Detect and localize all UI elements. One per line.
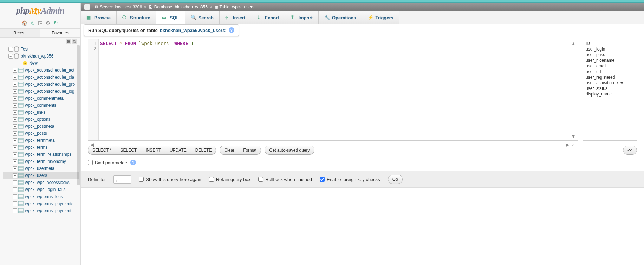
- scroll-right-icon[interactable]: ▶: [566, 142, 570, 147]
- tree-item[interactable]: +Test: [3, 46, 79, 53]
- template-button[interactable]: DELETE: [191, 146, 216, 155]
- expand-icon[interactable]: +: [13, 96, 17, 101]
- expand-icon[interactable]: +: [8, 47, 13, 52]
- tree-item-label[interactable]: wpck_commentmeta: [25, 96, 64, 101]
- collapse-all-icon[interactable]: ⊟: [66, 39, 71, 44]
- action-button[interactable]: Clear: [220, 146, 239, 155]
- get-autosaved-button[interactable]: Get auto-saved query: [265, 146, 314, 155]
- tree-item-label[interactable]: wpck_termmeta: [25, 138, 55, 143]
- tree-item-label[interactable]: wpck_actionscheduler_cla: [25, 75, 74, 80]
- fk-checkbox[interactable]: [320, 177, 325, 182]
- tree-item-label[interactable]: wpck_actionscheduler_act: [25, 68, 74, 73]
- expand-icon[interactable]: +: [13, 159, 17, 164]
- breadcrumb-table[interactable]: ▦ Table: wpck_users: [214, 5, 254, 9]
- tree-item[interactable]: +wpck_users: [3, 172, 79, 179]
- logout-icon[interactable]: ⎋: [30, 20, 35, 26]
- column-item[interactable]: user_activation_key: [586, 80, 634, 86]
- expand-icon[interactable]: +: [13, 201, 17, 206]
- reload-icon[interactable]: ↻: [53, 20, 59, 26]
- tab-browse[interactable]: ▦Browse: [81, 11, 117, 24]
- collapse-sidebar-button[interactable]: ←: [84, 4, 90, 10]
- tab-insert[interactable]: ⎀Insert: [220, 11, 251, 24]
- template-button[interactable]: INSERT: [141, 146, 165, 155]
- tree-item[interactable]: +wpck_term_relationships: [3, 151, 79, 158]
- scroll-left-icon[interactable]: ◀: [90, 142, 94, 147]
- tab-sql[interactable]: ▭SQL: [156, 11, 185, 24]
- sidebar-scrollbar[interactable]: [77, 45, 80, 185]
- resize-icon[interactable]: ⟋: [571, 142, 576, 147]
- expand-icon[interactable]: +: [13, 173, 17, 178]
- tab-triggers[interactable]: ⚡Triggers: [362, 11, 399, 24]
- tree-item[interactable]: +wpck_usermeta: [3, 165, 79, 172]
- tree-item[interactable]: +wpck_links: [3, 109, 79, 116]
- tree-item-label[interactable]: wpck_wpforms_logs: [25, 194, 63, 199]
- column-item[interactable]: user_status: [586, 86, 634, 91]
- recent-tab[interactable]: Recent: [0, 29, 40, 37]
- tree-item[interactable]: ✦New: [3, 60, 79, 67]
- tree-item-label[interactable]: wpck_posts: [25, 131, 47, 136]
- tree-item-label[interactable]: bknskhan_wp356: [21, 54, 53, 59]
- tree-item[interactable]: +wpck_postmeta: [3, 123, 79, 130]
- help-icon[interactable]: ?: [130, 160, 136, 165]
- expand-icon[interactable]: +: [13, 166, 17, 171]
- expand-icon[interactable]: +: [13, 124, 17, 129]
- settings-icon[interactable]: ⚙: [45, 20, 51, 26]
- tree-item-label[interactable]: wpck_links: [25, 110, 45, 115]
- breadcrumb-database[interactable]: 🗄 Database: bknskhan_wp356: [149, 5, 208, 9]
- tree-item[interactable]: +wpck_actionscheduler_cla: [3, 74, 79, 81]
- tree-item[interactable]: +wpck_posts: [3, 130, 79, 137]
- tree-item-label[interactable]: wpck_wpforms_payment_: [25, 208, 74, 213]
- tab-search[interactable]: 🔍Search: [185, 11, 220, 24]
- tree-item-label[interactable]: wpck_wpc_accesslocks: [25, 180, 70, 185]
- tree-item[interactable]: +wpck_options: [3, 116, 79, 123]
- tree-item-label[interactable]: wpck_term_taxonomy: [25, 159, 66, 164]
- tree-item-label[interactable]: wpck_wpforms_payments: [25, 201, 73, 206]
- tree-item-label[interactable]: wpck_postmeta: [25, 124, 54, 129]
- expand-icon[interactable]: +: [13, 138, 17, 143]
- retain-option[interactable]: Retain query box: [209, 177, 251, 182]
- expand-icon[interactable]: +: [13, 82, 17, 87]
- logo[interactable]: phpMyAdmin: [0, 3, 80, 19]
- tree-item[interactable]: +wpck_termmeta: [3, 137, 79, 144]
- expand-icon[interactable]: +: [13, 117, 17, 122]
- tree-item-label[interactable]: wpck_actionscheduler_gro: [25, 82, 75, 87]
- retain-checkbox[interactable]: [209, 177, 214, 182]
- db-tree[interactable]: +Test−bknskhan_wp356✦New+wpck_actionsche…: [0, 46, 80, 265]
- tree-item[interactable]: +wpck_term_taxonomy: [3, 158, 79, 165]
- rollback-checkbox[interactable]: [258, 177, 263, 182]
- tab-import[interactable]: ⤒Import: [285, 11, 318, 24]
- delimiter-input[interactable]: [113, 175, 131, 184]
- breadcrumb-server[interactable]: 🖥 Server: localhost:3306: [94, 5, 142, 9]
- tree-item[interactable]: +wpck_actionscheduler_act: [3, 67, 79, 74]
- expand-icon[interactable]: −: [8, 54, 13, 59]
- expand-icon[interactable]: +: [13, 75, 17, 80]
- home-icon[interactable]: 🏠: [22, 20, 28, 26]
- tab-structure[interactable]: ⎔Structure: [117, 11, 156, 24]
- columns-list[interactable]: IDuser_loginuser_passuser_nicenameuser_e…: [583, 39, 637, 141]
- favorites-tab[interactable]: Favorites: [40, 29, 80, 37]
- tree-item-label[interactable]: wpck_usermeta: [25, 166, 54, 171]
- tree-item-label[interactable]: wpck_term_relationships: [25, 152, 71, 157]
- tree-item-label[interactable]: wpck_options: [25, 117, 51, 122]
- scroll-up-icon[interactable]: ▲: [571, 41, 576, 46]
- tab-export[interactable]: ⤓Export: [251, 11, 285, 24]
- rollback-option[interactable]: Rollback when finished: [258, 177, 312, 182]
- action-button[interactable]: Format: [239, 146, 261, 155]
- expand-icon[interactable]: +: [13, 68, 17, 73]
- expand-icon[interactable]: +: [13, 194, 17, 199]
- fk-option[interactable]: Enable foreign key checks: [320, 177, 380, 182]
- tree-item[interactable]: −bknskhan_wp356: [3, 53, 79, 60]
- scroll-down-icon[interactable]: ▼: [571, 133, 576, 139]
- tree-item[interactable]: +wpck_wpforms_logs: [3, 193, 79, 200]
- expand-icon[interactable]: +: [13, 103, 17, 108]
- tree-item-label[interactable]: Test: [21, 47, 28, 52]
- collapse-columns-button[interactable]: <<: [623, 146, 637, 155]
- column-item[interactable]: ID: [586, 41, 634, 46]
- expand-icon[interactable]: +: [13, 110, 17, 115]
- expand-icon[interactable]: +: [13, 180, 17, 185]
- tab-operations[interactable]: 🔧Operations: [319, 11, 362, 24]
- tree-item[interactable]: +wpck_commentmeta: [3, 95, 79, 102]
- template-button[interactable]: UPDATE: [165, 146, 191, 155]
- tree-item-label[interactable]: wpck_users: [25, 173, 47, 178]
- expand-icon[interactable]: +: [13, 152, 17, 157]
